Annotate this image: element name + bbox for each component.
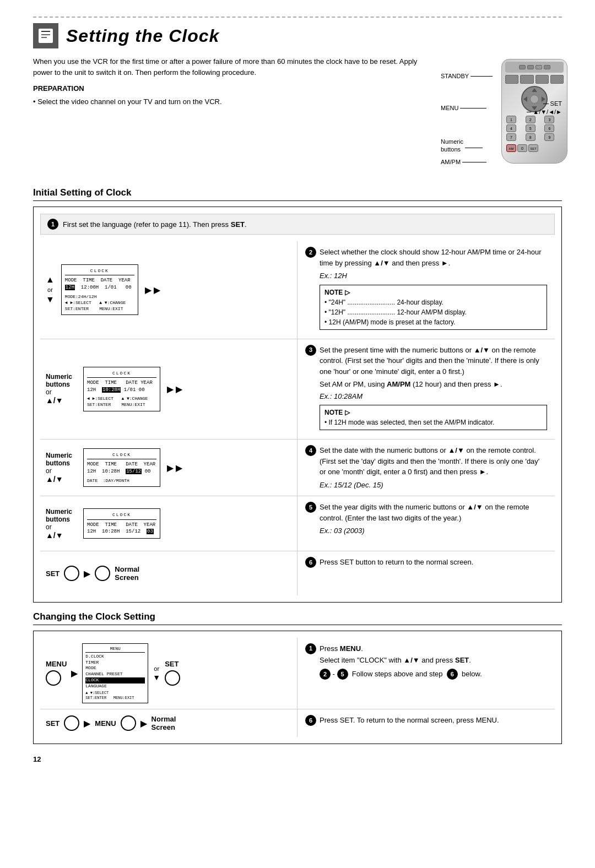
step2-left: ▲ or ▼ CLOCK MODE TIME DATE YEAR 12H 12:… xyxy=(40,241,298,339)
step3-screen: CLOCK MODE TIME DATE YEAR 12H 10:28H 1/0… xyxy=(83,367,160,411)
step2-note: NOTE ▷ • "24H" .........................… xyxy=(320,285,547,330)
changing-clock-left: MENU ▶ MENU D.CLOCK TIMER MODE CHANNEL P… xyxy=(40,638,298,709)
page-header: Setting the Clock xyxy=(33,17,562,48)
changing-or-label: or xyxy=(154,665,159,672)
changing-clock-grid: MENU ▶ MENU D.CLOCK TIMER MODE CHANNEL P… xyxy=(40,638,555,709)
changing-circle5: 5 xyxy=(337,669,348,680)
step0-text: First set the language (refer to page 11… xyxy=(63,220,247,229)
changing-circle6a: 6 xyxy=(447,669,458,680)
intro-section: When you use the VCR for the first time … xyxy=(33,56,562,177)
step6b-arrow2: ▶ xyxy=(140,718,147,729)
changing-menu-btn-container xyxy=(46,670,67,687)
standby-label: STANDBY xyxy=(441,73,493,79)
step5-left: Numeric buttons or ▲/▼ CLOCK MODE TIME D… xyxy=(40,496,298,551)
numeric-grid: 1 2 3 4 5 6 7 8 9 xyxy=(502,115,567,142)
menu-label: MENU xyxy=(441,105,486,111)
page-title: Setting the Clock xyxy=(66,26,219,46)
changing-clock-bottom: SET ▶ MENU ▶ Normal Screen 6 Press SET. … xyxy=(40,709,555,737)
step6b-set-btn[interactable] xyxy=(64,715,79,731)
changing-menu-btn[interactable] xyxy=(46,670,61,686)
step4-circle: 4 xyxy=(305,445,316,456)
changing-step6b-left: SET ▶ MENU ▶ Normal Screen xyxy=(40,709,298,737)
step6-circle: 6 xyxy=(305,557,316,568)
step3-note: NOTE ▷ • If 12H mode was selected, then … xyxy=(320,405,547,430)
changing-arrow1: ▶ xyxy=(71,668,78,679)
step6b-circle: 6 xyxy=(305,715,316,726)
changing-clock-box: MENU ▶ MENU D.CLOCK TIMER MODE CHANNEL P… xyxy=(33,631,562,744)
changing-menu-screen: MENU D.CLOCK TIMER MODE CHANNEL PRESET C… xyxy=(82,643,148,703)
step6-normal-btn xyxy=(95,566,110,581)
step2-screen: CLOCK MODE TIME DATE YEAR 12H 12:00H 1/0… xyxy=(61,264,138,315)
step5-circle: 5 xyxy=(305,502,316,513)
step5-screen: CLOCK MODE TIME DATE YEAR 12H 10:28H 15/… xyxy=(83,508,160,538)
step6b-normal-label: Normal xyxy=(152,715,176,723)
intro-paragraph: When you use the VCR for the first time … xyxy=(33,56,430,78)
step6-right: 6 Press SET button to return to the norm… xyxy=(298,551,555,595)
initial-setting-box: 1 First set the language (refer to page … xyxy=(33,207,562,603)
step6-set-btn[interactable] xyxy=(64,566,79,581)
step6b-arrow: ▶ xyxy=(84,718,90,729)
step6b-row: SET ▶ MENU ▶ Normal Screen xyxy=(46,715,291,731)
step6-set-label: SET xyxy=(46,569,60,578)
changing-set-btn[interactable] xyxy=(165,670,180,686)
step4-right: 4 Set the date with the numeric buttons … xyxy=(298,440,555,496)
intro-text: When you use the VCR for the first time … xyxy=(33,56,430,177)
step4-screen: CLOCK MODE TIME DATE YEAR 12H 10:28H 15/… xyxy=(83,448,160,487)
changing-clock-right: 1 Press MENU. Select item "CLOCK" with ▲… xyxy=(298,638,555,709)
step6b-screen-label: Screen xyxy=(152,723,175,731)
step6-text: Press SET button to return to the normal… xyxy=(320,557,473,568)
preparation-title: PREPARATION xyxy=(33,83,430,94)
changing-clock-title: Changing the Clock Setting xyxy=(33,611,562,625)
initial-setting-title: Initial Setting of Clock xyxy=(33,187,562,201)
changing-set-label: SET xyxy=(165,660,178,668)
step6b-set-label: SET xyxy=(46,719,60,728)
step2-right: 2 Select whether the clock should show 1… xyxy=(298,241,555,339)
nav-label: ▲/▼/◄/► xyxy=(527,109,562,115)
preparation-text: • Select the video channel on your TV an… xyxy=(33,96,430,107)
step3-circle: 3 xyxy=(305,345,316,356)
changing-circle2: 2 xyxy=(320,669,331,680)
step5-right: 5 Set the year digits with the numeric b… xyxy=(298,496,555,551)
step0-banner: 1 First set the language (refer to page … xyxy=(40,214,555,235)
step0-circle: 1 xyxy=(47,219,58,230)
remote-diagram: 1 2 3 4 5 6 7 8 9 AM 0 SET xyxy=(441,56,562,177)
step6b-menu-label: MENU xyxy=(95,719,116,728)
step3-right: 3 Set the present time with the numeric … xyxy=(298,339,555,440)
step6-arrow: ▶ xyxy=(84,568,90,579)
step6-normal-label: Normal xyxy=(115,565,139,573)
numeric-buttons-label: Numericbuttons xyxy=(441,138,483,154)
step6-set-row: SET ▶ Normal Screen xyxy=(46,565,139,582)
changing-menu-label: MENU xyxy=(46,660,67,668)
changing-step1-circle: 1 xyxy=(305,643,316,654)
changing-step6b-right: 6 Press SET. To return to the normal scr… xyxy=(298,709,555,737)
step4-left: Numeric buttons or ▲/▼ CLOCK MODE TIME D… xyxy=(40,440,298,496)
step6b-menu-btn[interactable] xyxy=(121,715,136,731)
page-number: 12 xyxy=(33,755,562,763)
clock-icon xyxy=(33,23,58,48)
step6b-text: Press SET. To return to the normal scree… xyxy=(320,715,499,726)
step6-screen-label: Screen xyxy=(115,573,138,582)
ampm-label: AM/PM xyxy=(441,159,486,165)
set-label: SET xyxy=(543,100,562,107)
svg-rect-0 xyxy=(38,28,53,44)
steps-grid: ▲ or ▼ CLOCK MODE TIME DATE YEAR 12H 12:… xyxy=(40,241,555,595)
step2-circle: 2 xyxy=(305,247,316,258)
step6-left: SET ▶ Normal Screen xyxy=(40,551,298,595)
step3-left: Numeric buttons or ▲/▼ CLOCK MODE TIME D… xyxy=(40,339,298,440)
